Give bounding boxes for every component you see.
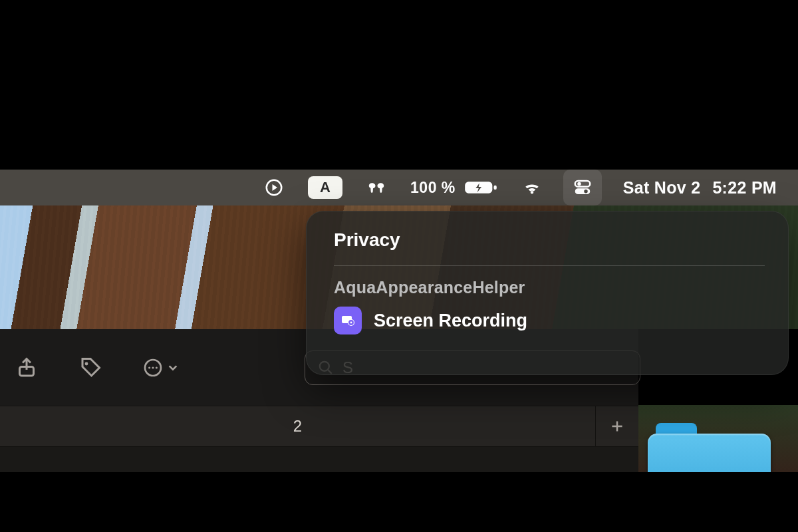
airpods-menu-extra[interactable] xyxy=(364,170,389,205)
svg-rect-5 xyxy=(575,188,591,194)
menubar: A 100 % Sat Nov 2 5:22 PM xyxy=(0,170,798,205)
wifi-menu-extra[interactable] xyxy=(519,170,545,205)
privacy-permission-row[interactable]: Screen Recording xyxy=(334,307,765,334)
tags-button[interactable] xyxy=(78,354,102,381)
more-actions-button[interactable] xyxy=(142,354,178,381)
input-source-badge: A xyxy=(308,176,342,199)
svg-point-12 xyxy=(156,366,158,368)
finder-tab[interactable]: 2 xyxy=(0,406,595,446)
privacy-panel-title: Privacy xyxy=(334,229,765,251)
menubar-date: Sat Nov 2 xyxy=(623,178,701,198)
svg-point-11 xyxy=(152,366,154,368)
screen-recording-icon xyxy=(334,307,362,334)
svg-point-4 xyxy=(577,182,581,186)
input-source-menu-extra[interactable]: A xyxy=(305,170,345,205)
letterbox-bottom xyxy=(0,472,798,532)
wifi-icon xyxy=(522,178,542,198)
chevron-down-icon xyxy=(168,356,178,380)
control-center-icon xyxy=(573,178,593,198)
battery-percent-label: 100 % xyxy=(410,179,456,197)
play-circle-icon xyxy=(264,178,284,198)
new-tab-button[interactable] xyxy=(595,406,638,446)
control-center-menu-extra[interactable] xyxy=(563,170,602,205)
now-playing-menu-extra[interactable] xyxy=(261,170,287,205)
privacy-app-name: AquaAppearanceHelper xyxy=(334,278,765,297)
tag-icon xyxy=(78,356,102,380)
clock-menu-extra[interactable]: Sat Nov 2 5:22 PM xyxy=(620,170,779,205)
battery-menu-extra[interactable]: 100 % xyxy=(408,170,501,205)
menubar-time: 5:22 PM xyxy=(712,178,777,198)
share-button[interactable] xyxy=(15,354,39,381)
ellipsis-circle-icon xyxy=(142,356,164,380)
finder-tabbar: 2 xyxy=(0,406,638,447)
finder-tab-label: 2 xyxy=(293,417,302,436)
battery-charging-icon xyxy=(464,178,498,198)
svg-point-10 xyxy=(148,366,150,368)
svg-point-6 xyxy=(584,190,588,194)
share-icon xyxy=(15,356,39,380)
privacy-panel-divider xyxy=(334,265,765,266)
svg-rect-3 xyxy=(575,181,591,187)
control-center-privacy-panel: Privacy AquaAppearanceHelper Screen Reco… xyxy=(306,211,789,375)
finder-content xyxy=(0,447,638,473)
svg-point-8 xyxy=(85,362,88,365)
airpods-icon xyxy=(366,178,386,198)
svg-point-16 xyxy=(350,322,352,324)
plus-icon xyxy=(608,418,626,435)
privacy-permission-label: Screen Recording xyxy=(374,311,527,331)
svg-rect-2 xyxy=(493,186,496,190)
